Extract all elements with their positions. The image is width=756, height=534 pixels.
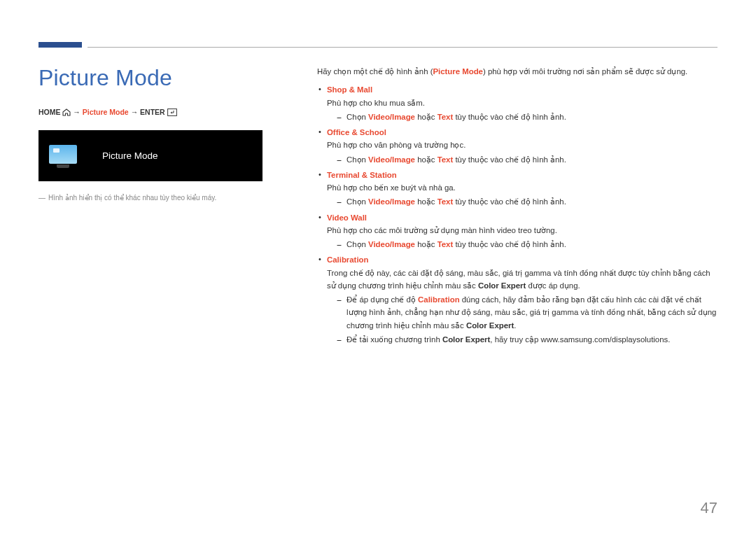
sub-item: Để tải xuống chương trình Color Expert, …: [337, 333, 718, 346]
left-footnote: ―Hình ảnh hiển thị có thể khác nhau tùy …: [38, 194, 289, 202]
item-desc: Phù hợp cho các môi trường sử dụng màn h…: [327, 224, 718, 237]
right-column: Hãy chọn một chế độ hình ảnh (Picture Mo…: [317, 65, 718, 349]
breadcrumb-current: Picture Mode: [83, 108, 129, 116]
sub-item: Chọn Video/Image hoặc Text tùy thuộc vào…: [337, 195, 718, 208]
sub-item: Chọn Video/Image hoặc Text tùy thuộc vào…: [337, 238, 718, 251]
list-item: Office & School Phù hợp cho văn phòng và…: [317, 126, 718, 166]
sub-item: Để áp dụng chế độ Calibration đúng cách,…: [337, 293, 718, 332]
item-title: Calibration: [327, 253, 718, 266]
sub-item: Chọn Video/Image hoặc Text tùy thuộc vào…: [337, 153, 718, 166]
list-item: Terminal & Station Phù hợp cho bến xe bu…: [317, 169, 718, 209]
sub-item: Chọn Video/Image hoặc Text tùy thuộc vào…: [337, 111, 718, 123]
item-title: Video Wall: [327, 211, 718, 224]
item-desc: Phù hợp cho văn phòng và trường học.: [327, 139, 718, 151]
breadcrumb-arrow: →: [73, 108, 80, 116]
preview-box: Picture Mode: [38, 130, 262, 181]
intro-text: Hãy chọn một chế độ hình ảnh (Picture Mo…: [317, 65, 718, 78]
list-item: Video Wall Phù hợp cho các môi trường sử…: [317, 211, 718, 251]
chapter-mark: [38, 42, 82, 48]
list-item: Calibration Trong chế độ này, các cài đặ…: [317, 253, 718, 346]
tv-icon: [49, 145, 77, 167]
breadcrumb-enter: ENTER: [140, 108, 165, 116]
enter-icon: [167, 108, 177, 118]
breadcrumb-arrow: →: [131, 108, 139, 116]
breadcrumb: HOME → Picture Mode → ENTER: [38, 108, 289, 118]
list-item: Shop & Mall Phù hợp cho khu mua sắm. Chọ…: [317, 83, 718, 123]
header-rule: [88, 47, 718, 48]
item-title: Shop & Mall: [327, 83, 718, 96]
breadcrumb-home: HOME: [38, 108, 61, 116]
home-icon: [62, 108, 71, 118]
item-title: Terminal & Station: [327, 169, 718, 181]
item-desc: Phù hợp cho bến xe buýt và nhà ga.: [327, 181, 718, 194]
item-desc: Trong chế độ này, các cài đặt độ sáng, m…: [327, 267, 718, 293]
page-title: Picture Mode: [38, 65, 289, 91]
left-column: Picture Mode HOME → Picture Mode → ENTER: [38, 65, 289, 349]
mode-list: Shop & Mall Phù hợp cho khu mua sắm. Chọ…: [317, 83, 718, 346]
preview-label: Picture Mode: [102, 150, 158, 161]
item-title: Office & School: [327, 126, 718, 139]
page-number: 47: [701, 499, 718, 517]
item-desc: Phù hợp cho khu mua sắm.: [327, 97, 718, 109]
